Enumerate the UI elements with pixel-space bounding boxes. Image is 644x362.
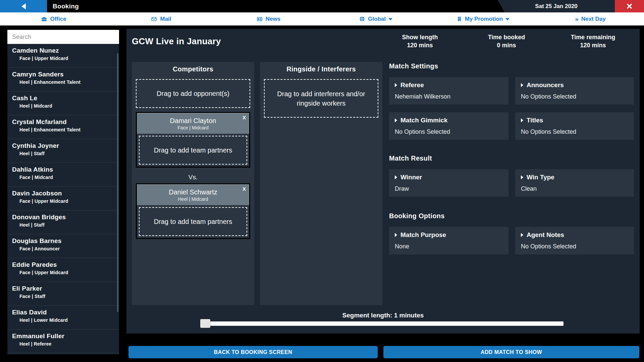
drop-hint: Drag to add team partners <box>154 145 232 155</box>
remove-competitor-button[interactable]: X <box>243 186 246 192</box>
back-button[interactable] <box>0 0 47 12</box>
setting-card[interactable]: Winner Draw <box>389 169 508 197</box>
competitor-role: Face | Midcard <box>177 125 208 131</box>
roster-item[interactable]: Cynthia Joyner Heel | Staff <box>7 139 119 163</box>
roster-item[interactable]: Douglas Barnes Face | Announcer <box>7 234 119 258</box>
nav-label: Office <box>50 16 66 22</box>
wrestler-role: Face | Midcard <box>19 175 119 180</box>
competitor-card[interactable]: Daniel Schwartz Heel | Midcard X <box>137 184 249 205</box>
show-stats: Show length 120 mins Time booked 0 mins … <box>377 33 636 49</box>
setting-label-row: Winner <box>395 174 503 181</box>
section-heading: Match Result <box>389 154 634 162</box>
setting-label: Agent Notes <box>527 231 564 239</box>
roster-item[interactable]: Eli Parker Face | Staff <box>7 282 119 306</box>
section-heading: Match Settings <box>389 62 634 70</box>
page-title: Booking <box>53 0 79 12</box>
nav-item-news[interactable]: News <box>215 12 322 25</box>
setting-label: Titles <box>527 117 543 124</box>
wrestler-name: Camryn Sanders <box>12 71 119 78</box>
match-result-grid: Winner Draw Win Type Clean <box>389 169 634 197</box>
wrestler-role: Face | Upper Midcard <box>19 270 119 275</box>
nav-label: Next Day <box>581 16 606 22</box>
news-icon <box>256 16 263 22</box>
roster-item[interactable]: Dahlia Atkins Face | Midcard <box>7 163 119 187</box>
setting-card[interactable]: Referee Nehemiah Wilkerson <box>389 77 508 105</box>
segment-length-slider[interactable] <box>201 319 564 328</box>
wrestler-role: Heel | Lower Midcard <box>19 317 119 323</box>
setting-label-row: Titles <box>521 117 628 124</box>
nav-item-my-promotion[interactable]: My Promotion <box>429 12 537 25</box>
current-date: Sat 25 Jan 2020 <box>498 0 615 12</box>
competitor-name: Damari Clayton <box>170 117 216 125</box>
setting-value: Draw <box>395 185 503 192</box>
partner-drop-zone[interactable]: Drag to add team partners <box>139 207 247 236</box>
roster-scrollbar[interactable] <box>117 53 118 312</box>
setting-card[interactable]: Announcers No Options Selected <box>515 77 634 105</box>
setting-value: No Options Selected <box>521 93 628 100</box>
team-block: Daniel Schwartz Heel | Midcard X Drag to… <box>136 183 250 239</box>
main-nav: Office Mail News Global My Promotion » N… <box>0 12 644 25</box>
setting-label-row: Match Gimmick <box>395 117 503 124</box>
partner-drop-zone[interactable]: Drag to add team partners <box>139 136 247 165</box>
wrestler-name: Dahlia Atkins <box>12 166 119 173</box>
triangle-right-icon <box>521 175 523 179</box>
back-to-booking-button[interactable]: BACK TO BOOKING SCREEN <box>128 346 378 358</box>
slider-track[interactable] <box>201 321 564 326</box>
roster-item[interactable]: Eddie Paredes Face | Upper Midcard <box>7 258 119 282</box>
drop-hint: Drag to add team partners <box>154 217 232 226</box>
setting-card[interactable]: Win Type Clean <box>515 169 634 197</box>
roster-item[interactable]: Davin Jacobson Face | Upper Midcard <box>7 187 119 210</box>
wrestler-role: Heel | Staff <box>19 222 119 228</box>
stat-time-remaining: Time remaining 120 mins <box>550 33 636 49</box>
setting-card[interactable]: Agent Notes No Options Selected <box>515 227 634 254</box>
setting-label: Referee <box>400 81 424 89</box>
search-input[interactable] <box>7 30 119 44</box>
setting-label: Announcers <box>527 81 564 89</box>
briefcase-icon <box>41 16 47 22</box>
roster-item[interactable]: Elias David Heel | Lower Midcard <box>7 306 119 329</box>
roster-item[interactable]: Camryn Sanders Heel | Enhancement Talent <box>7 68 119 92</box>
drop-hint: Drag to add opponent(s) <box>157 89 229 98</box>
globe-icon <box>359 16 365 22</box>
setting-card[interactable]: Titles No Options Selected <box>515 112 634 140</box>
ringside-drop-zone[interactable]: Drag to add interferers and/or ringside … <box>264 79 378 118</box>
nav-label: Global <box>368 16 386 22</box>
nav-item-office[interactable]: Office <box>0 12 107 25</box>
chevron-down-icon <box>388 18 392 20</box>
competitor-role: Heel | Midcard <box>178 196 208 202</box>
slider-thumb[interactable] <box>200 319 210 328</box>
setting-card[interactable]: Match Gimmick No Options Selected <box>389 112 508 140</box>
booking-panel: GCW Live in January Show length 120 mins… <box>126 29 640 334</box>
vs-label: Vs. <box>136 174 250 181</box>
close-button[interactable] <box>615 0 644 12</box>
wrestler-role: Heel | Enhancement Talent <box>19 127 119 132</box>
setting-value: Clean <box>521 185 628 192</box>
nav-item-global[interactable]: Global <box>322 12 429 25</box>
show-title: GCW Live in January <box>132 36 221 47</box>
nav-item-mail[interactable]: Mail <box>107 12 215 25</box>
remove-competitor-button[interactable]: X <box>243 115 246 120</box>
roster-item[interactable]: Crystal Mcfarland Heel | Enhancement Tal… <box>7 115 119 139</box>
triangle-right-icon <box>395 83 397 87</box>
wrestler-name: Elias David <box>12 309 119 316</box>
roster-item[interactable]: Emmanuel Fuller Heel | Referee <box>7 329 119 353</box>
stat-value: 120 mins <box>377 41 463 49</box>
roster-item[interactable]: Camden Nunez Face | Upper Midcard <box>7 44 119 68</box>
triangle-right-icon <box>395 118 397 122</box>
roster-item[interactable]: Donovan Bridges Heel | Staff <box>7 210 119 234</box>
setting-label: Match Gimmick <box>400 117 447 124</box>
wrestler-role: Heel | Staff <box>19 151 119 156</box>
setting-value: No Options Selected <box>521 243 628 250</box>
setting-label-row: Match Purpose <box>395 231 503 239</box>
add-match-to-show-button[interactable]: ADD MATCH TO SHOW <box>383 346 639 358</box>
roster-list: Camden Nunez Face | Upper Midcard Camryn… <box>7 44 119 354</box>
nav-item-next-day[interactable]: » Next Day <box>537 12 644 25</box>
triangle-right-icon <box>521 83 523 87</box>
wrestler-name: Camden Nunez <box>12 47 119 54</box>
roster-item[interactable]: Cash Le Heel | Midcard <box>7 92 119 115</box>
setting-card[interactable]: Match Purpose None <box>389 227 508 254</box>
competitor-card[interactable]: Damari Clayton Face | Midcard X <box>137 113 249 134</box>
wrestler-name: Douglas Barnes <box>12 237 119 245</box>
date-text: Sat 25 Jan 2020 <box>535 3 578 10</box>
opponent-drop-zone[interactable]: Drag to add opponent(s) <box>136 79 250 108</box>
